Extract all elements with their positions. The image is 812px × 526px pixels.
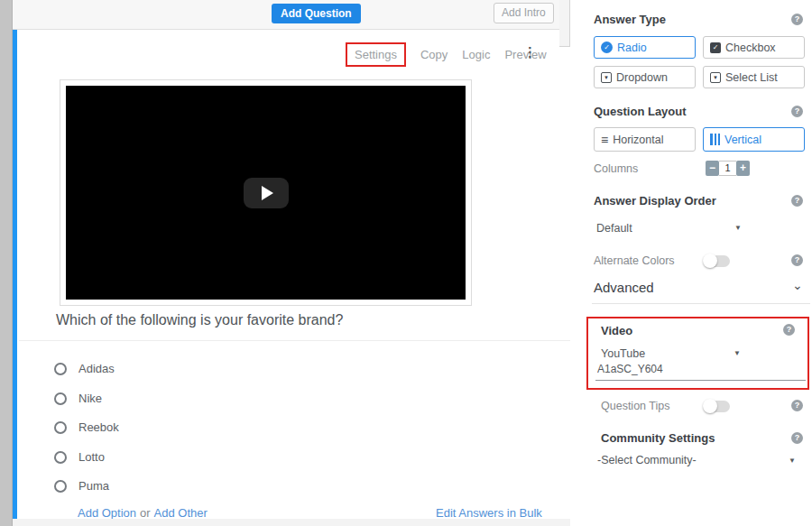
radio-button[interactable] — [54, 480, 67, 493]
chevron-down-icon[interactable]: ▼ — [734, 224, 742, 232]
select-list-icon: ▼ — [710, 72, 721, 83]
video-heading: Video — [601, 324, 632, 337]
layout-label: Vertical — [724, 134, 761, 146]
answer-option-row[interactable]: Lotto — [54, 450, 105, 464]
answer-display-order-heading: Answer Display Order — [594, 194, 716, 208]
dropdown-icon: ▼ — [601, 72, 612, 83]
edit-answers-in-bulk-link[interactable]: Edit Answers in Bulk — [436, 506, 542, 520]
layout-label: Horizontal — [613, 134, 663, 146]
question-tips-label: Question Tips — [601, 400, 669, 412]
answer-type-heading: Answer Type — [594, 13, 666, 26]
help-icon[interactable]: ? — [791, 195, 803, 207]
add-intro-button[interactable]: Add Intro — [494, 3, 554, 23]
answer-option-row[interactable]: Adidas — [54, 362, 115, 375]
question-action-tabs: Settings Copy Logic Preview — [346, 42, 547, 67]
radio-button[interactable] — [54, 421, 67, 434]
video-provider-select[interactable]: YouTube — [601, 347, 645, 360]
radio-button[interactable] — [54, 363, 67, 375]
radio-button[interactable] — [54, 451, 67, 464]
checkbox-icon: ✓ — [710, 42, 721, 53]
toggle-knob — [703, 399, 717, 413]
answer-type-radio-button[interactable]: ✓ Radio — [594, 36, 696, 59]
answer-type-checkbox-button[interactable]: ✓ Checkbox — [703, 36, 805, 59]
option-links: Add Option or Add Other — [78, 506, 208, 520]
answer-type-select-list-button[interactable]: ▼ Select List — [703, 66, 805, 88]
answer-option-label[interactable]: Reebok — [78, 420, 119, 434]
question-tips-toggle[interactable] — [704, 401, 730, 412]
answer-display-order-select[interactable]: Default — [596, 222, 632, 235]
help-icon[interactable]: ? — [791, 254, 803, 266]
answer-type-label: Dropdown — [616, 71, 668, 84]
add-question-button[interactable]: Add Question — [272, 4, 361, 23]
survey-builder-screen: Add Question Add Intro Settings Copy Log… — [0, 0, 812, 526]
help-icon[interactable]: ? — [791, 400, 803, 411]
add-option-link[interactable]: Add Option — [78, 506, 136, 520]
question-layout-heading: Question Layout — [594, 105, 687, 118]
answer-option-row[interactable]: Reebok — [54, 420, 119, 434]
tab-logic[interactable]: Logic — [462, 43, 490, 66]
answer-option-label[interactable]: Nike — [78, 392, 102, 405]
add-other-link[interactable]: Add Other — [154, 506, 208, 520]
advanced-section-toggle[interactable]: Advanced — [594, 280, 654, 295]
scrollbar-thumb[interactable] — [559, 0, 570, 47]
play-button[interactable] — [244, 178, 289, 208]
alternate-colors-toggle[interactable] — [704, 255, 730, 267]
toggle-knob — [703, 254, 717, 268]
answer-type-options: ✓ Radio ✓ Checkbox ▼ Dropdown ▼ Select L… — [594, 36, 805, 88]
community-select[interactable]: -Select Community- — [597, 454, 697, 466]
answer-option-row[interactable]: Nike — [54, 392, 102, 405]
vertical-bars-icon — [710, 134, 720, 145]
selected-question-indicator — [13, 30, 17, 526]
layout-vertical-button[interactable]: Vertical — [703, 127, 805, 152]
help-icon[interactable]: ? — [791, 106, 803, 117]
chevron-down-icon[interactable]: ⌄ — [792, 278, 803, 292]
kebab-menu-icon[interactable]: ⋮ — [523, 44, 537, 60]
answer-option-label[interactable]: Adidas — [78, 362, 115, 375]
chevron-down-icon[interactable]: ▼ — [734, 349, 741, 357]
answer-option-label[interactable]: Puma — [78, 479, 109, 493]
video-id-input[interactable] — [595, 361, 806, 381]
question-divider — [19, 340, 570, 341]
layout-horizontal-button[interactable]: ≡ Horizontal — [594, 127, 696, 152]
community-settings-heading: Community Settings — [601, 431, 715, 445]
answer-type-dropdown-button[interactable]: ▼ Dropdown — [594, 66, 696, 88]
horizontal-lines-icon: ≡ — [601, 134, 608, 145]
columns-stepper: − 1 + — [706, 161, 750, 176]
columns-value[interactable]: 1 — [719, 161, 736, 176]
alternate-colors-label: Alternate Colors — [594, 254, 675, 267]
tab-copy[interactable]: Copy — [420, 43, 448, 66]
help-icon[interactable]: ? — [791, 432, 803, 444]
minus-button[interactable]: − — [706, 161, 719, 176]
answer-option-row[interactable]: Puma — [54, 479, 109, 493]
play-icon — [262, 186, 273, 200]
radio-check-icon: ✓ — [601, 42, 613, 53]
or-text: or — [140, 506, 151, 520]
question-title[interactable]: Which of the following is your favorite … — [56, 312, 343, 328]
help-icon[interactable]: ? — [791, 14, 803, 25]
answer-type-label: Select List — [725, 71, 778, 84]
question-layout-options: ≡ Horizontal Vertical — [594, 127, 805, 152]
columns-label: Columns — [594, 162, 638, 175]
question-video-player — [60, 79, 472, 306]
answer-type-label: Radio — [617, 42, 647, 54]
answer-option-label[interactable]: Lotto — [78, 450, 105, 464]
tab-settings[interactable]: Settings — [346, 42, 406, 67]
video-canvas — [66, 86, 466, 300]
left-gutter — [0, 0, 13, 526]
help-icon[interactable]: ? — [783, 324, 795, 336]
plus-button[interactable]: + — [736, 161, 750, 176]
section-divider — [592, 303, 810, 304]
answer-type-label: Checkbox — [725, 42, 776, 54]
radio-button[interactable] — [54, 392, 67, 405]
card-bottom-edge — [13, 519, 570, 526]
chevron-down-icon[interactable]: ▼ — [789, 457, 796, 465]
